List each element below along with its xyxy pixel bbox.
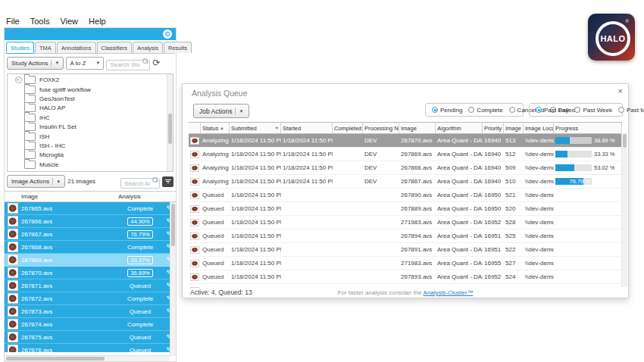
algorithm-cell: Area Quant - DAB	[436, 178, 483, 185]
queue-row[interactable]: Analyzing1/18/2024 11:50 PM1/18/2024 11:…	[189, 134, 622, 148]
job-actions-button[interactable]: Job Actions ▼	[193, 104, 249, 118]
queue-row[interactable]: Analyzing1/18/2024 11:50 PM1/18/2024 11:…	[189, 148, 622, 161]
queue-row[interactable]: Queued1/18/2024 11:50 PM267891.avsArea Q…	[189, 243, 622, 257]
radio-past-week[interactable]: Past Week	[574, 107, 612, 114]
tree-item[interactable]: ISH	[8, 132, 173, 141]
scrollbar-thumb[interactable]	[171, 204, 175, 246]
menu-item-file[interactable]: File	[6, 17, 20, 26]
radio-past-month[interactable]: Past Month	[618, 107, 644, 114]
refresh-icon[interactable]: ⟳	[152, 58, 160, 67]
image-row[interactable]: 267872.avsComplete✎	[5, 292, 176, 305]
queue-row[interactable]: Queued1/18/2024 11:50 PM267890.avsArea Q…	[189, 189, 622, 202]
radio-past-day[interactable]: Past Day	[536, 107, 568, 114]
image-row[interactable]: 267874.avsComplete	[5, 318, 176, 331]
analysis-cluster-link[interactable]: Analysis-Cluster™	[424, 289, 474, 296]
scrollbar-thumb[interactable]	[168, 114, 172, 144]
tree-item[interactable]: GeoJsonTest	[8, 94, 173, 103]
radio-label: Pending	[440, 107, 462, 114]
column-submitted[interactable]: Submitted▼	[230, 123, 281, 133]
sort-select[interactable]: A to Z ▼	[66, 57, 104, 70]
column-image-loca[interactable]: Image Loca...	[524, 123, 554, 133]
folder-label: fuse qptiff workflow	[39, 86, 91, 93]
location-cell: \\dev-demo...	[524, 273, 554, 280]
radio-complete[interactable]: Complete	[468, 107, 502, 114]
tree-item[interactable]: FOXK2	[8, 76, 173, 85]
image-row[interactable]: 267865.avsComplete✎	[5, 202, 176, 215]
tab-annotations[interactable]: Annotations	[57, 42, 96, 53]
column-started[interactable]: Started	[281, 123, 333, 133]
expand-icon[interactable]	[15, 76, 22, 83]
close-icon[interactable]: ×	[618, 86, 623, 95]
menu-item-help[interactable]: Help	[89, 17, 106, 26]
queue-scrollbar[interactable]	[621, 133, 627, 287]
panel-tabs: StudiesTMAAnnotationsClassifiersAnalysis…	[5, 40, 176, 53]
queue-row[interactable]: Queued1/18/2024 11:50 PM271983.avsArea Q…	[189, 216, 622, 229]
image-cell: 267890.avs	[399, 192, 436, 198]
submitted-cell: 1/18/2024 11:50 PM	[230, 246, 281, 253]
scrollbar-thumb[interactable]	[623, 134, 627, 148]
image-thumbnail	[190, 192, 199, 199]
column-status[interactable]: Status▲	[201, 123, 230, 133]
filter-dropdown-icon[interactable]: ▼	[275, 126, 279, 130]
study-actions-button[interactable]: Study Actions ▼	[7, 57, 64, 70]
image-name: 267876.avs	[21, 347, 118, 353]
tab-analysis[interactable]: Analysis	[133, 42, 163, 53]
queue-row[interactable]: Queued1/18/2024 11:50 PM267893.avsArea Q…	[189, 270, 622, 284]
tree-item[interactable]: IHC	[8, 113, 173, 122]
image-list-hscrollbar[interactable]	[5, 355, 170, 361]
queue-row[interactable]: Queued1/18/2024 11:50 PM267894.avsArea Q…	[189, 229, 622, 243]
queue-row[interactable]: Analyzing1/18/2024 11:50 PM1/18/2024 11:…	[189, 175, 622, 189]
column-image-id[interactable]: Image Id	[504, 123, 524, 133]
radio-icon	[574, 107, 580, 113]
tree-item[interactable]: fuse qptiff workflow	[8, 85, 173, 94]
tree-item[interactable]: Microglia	[8, 151, 173, 160]
gear-icon[interactable]: ⚙	[163, 30, 172, 39]
radio-pending[interactable]: Pending	[432, 107, 462, 114]
image-id-cell: 527	[504, 260, 524, 267]
image-row[interactable]: 267875.avsQueued✎	[5, 331, 176, 344]
image-actions-button[interactable]: Image Actions ▼	[7, 175, 65, 188]
algorithm-cell: Area Quant - DAB	[436, 219, 483, 226]
tree-item[interactable]: ISH - IHC	[8, 141, 173, 150]
radio-label: Past Day	[544, 107, 568, 114]
queue-row[interactable]: Queued1/18/2024 11:50 PM267889.avsArea Q…	[189, 202, 622, 216]
tree-scrollbar[interactable]	[167, 74, 173, 171]
column-progress[interactable]: Progress	[554, 123, 622, 133]
tree-item[interactable]: HALO AP	[8, 104, 173, 113]
priority-cell: 16952	[483, 273, 504, 280]
tab-classifiers[interactable]: Classifiers	[97, 42, 133, 53]
image-cell: 267891.avs	[399, 246, 436, 253]
tree-item[interactable]: Muscle	[8, 160, 173, 169]
image-row[interactable]: 267876.avsQueued✎	[5, 344, 176, 352]
column-processing-node[interactable]: Processing Node	[363, 123, 399, 133]
button-divider	[52, 178, 53, 185]
image-row[interactable]: 267868.avsComplete✎	[5, 241, 176, 254]
folder-label: Muscle	[39, 161, 58, 168]
folder-icon	[24, 95, 36, 103]
column-image[interactable]: Image	[399, 123, 436, 133]
algorithm-cell: Area Quant - DAB	[436, 151, 483, 158]
filter-button[interactable]	[162, 176, 174, 187]
image-row[interactable]: 267873.avsQueued✎	[5, 305, 176, 318]
queue-row[interactable]: Queued1/18/2024 11:50 PM271983.avsArea Q…	[189, 257, 622, 270]
image-name: 267874.avs	[21, 321, 118, 328]
column-completed[interactable]: Completed	[333, 123, 363, 133]
menu-item-tools[interactable]: Tools	[30, 17, 50, 26]
tab-tma[interactable]: TMA	[35, 42, 56, 53]
queue-row[interactable]: Queued1/18/2024 11:50 PM267876.avsArea Q…	[189, 284, 622, 289]
scrollbar-thumb[interactable]	[6, 357, 105, 360]
tab-studies[interactable]: Studies	[6, 42, 34, 53]
queue-row[interactable]: Analyzing1/18/2024 11:50 PM1/18/2024 11:…	[189, 161, 622, 175]
image-row[interactable]: 267866.avs44.90%✎	[5, 215, 176, 228]
menu-item-view[interactable]: View	[60, 17, 78, 26]
image-id-cell: 525	[504, 232, 524, 239]
image-row[interactable]: 267869.avs33.37%✎	[5, 254, 176, 267]
image-list-scrollbar[interactable]	[170, 202, 176, 356]
column-priority[interactable]: Priority	[483, 123, 504, 133]
tab-results[interactable]: Results	[164, 42, 192, 53]
image-row[interactable]: 267870.avs36.89%✎	[5, 267, 176, 279]
image-row[interactable]: 267871.avsQueued✎	[5, 279, 176, 292]
tree-item[interactable]: Insulin FL Set	[8, 122, 173, 131]
image-row[interactable]: 267867.avs76.79%✎	[5, 228, 176, 241]
column-algorithm[interactable]: Algorithm	[436, 123, 483, 133]
